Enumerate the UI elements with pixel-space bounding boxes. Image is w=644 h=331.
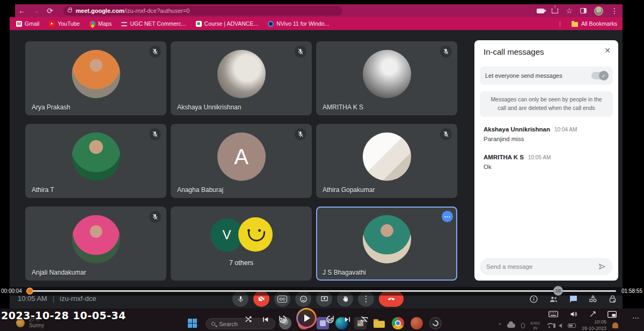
maps-icon [88, 19, 97, 28]
bookmark-label: Gmail [25, 20, 39, 27]
participant-tile-arya-prakash[interactable]: Arya Prakash [25, 41, 166, 115]
participant-avatar [72, 50, 120, 98]
play-icon [304, 314, 310, 322]
rewind-10-icon[interactable]: 10 [278, 314, 288, 324]
language-indicator[interactable]: ENG IN [531, 321, 540, 330]
bookmark-label: NVivo 11 for Windo... [276, 20, 329, 27]
bookmark-label: YouTube [57, 20, 79, 27]
taskbar-icon-chrome[interactable] [392, 317, 404, 329]
address-bar[interactable]: meet.google.com/izu-rnxf-dce?authuser=0 [63, 6, 342, 16]
fullscreen-icon[interactable] [589, 310, 597, 318]
wifi-icon[interactable] [546, 323, 553, 328]
participant-tile-anjali-nandakumar[interactable]: Anjali Nandakumar [25, 207, 166, 281]
participant-tile-others[interactable]: V 7 others [171, 207, 312, 281]
back-icon[interactable]: ← [15, 6, 29, 15]
url-path: /izu-rnxf-dce?authuser=0 [124, 8, 189, 14]
notification-bell-icon[interactable] [612, 322, 618, 328]
meeting-clock: 10:05 AM [18, 295, 47, 303]
playhead-handle[interactable] [26, 288, 33, 295]
participant-name: AMRITHA K S [323, 104, 363, 111]
host-controls-lock-icon[interactable] [608, 295, 617, 304]
mic-off-icon [149, 128, 161, 140]
forward-icon[interactable]: → [29, 6, 43, 15]
toggle-check-icon: ✓ [599, 71, 609, 80]
taskbar-icon-obs[interactable] [429, 317, 442, 329]
repeat-off-icon[interactable] [360, 315, 369, 323]
previous-track-icon[interactable] [261, 315, 269, 323]
onedrive-cloud-icon[interactable] [507, 323, 515, 328]
tile-options-icon[interactable]: ⋯ [442, 211, 453, 222]
bookmark-ugc[interactable]: UGC NET Commerc... [121, 20, 186, 27]
volume-icon[interactable] [559, 323, 562, 328]
bookmark-maps[interactable]: Maps [90, 20, 112, 27]
chat-input[interactable] [486, 263, 598, 270]
others-avatars: V [210, 217, 273, 253]
participant-tile-amritha-k-s[interactable]: AMRITHA K S [316, 41, 457, 115]
people-icon[interactable] [548, 295, 559, 304]
tray-mic-icon[interactable] [521, 323, 525, 328]
participant-tile-j-s-bhagavathi[interactable]: ⋯ J S Bhagavathi [316, 207, 457, 281]
close-icon[interactable]: ✕ [604, 46, 611, 55]
start-button[interactable] [188, 319, 197, 328]
participant-tile-athira-t[interactable]: Athira T [25, 124, 166, 198]
chat-icon[interactable] [569, 295, 578, 304]
meet-main-area: Arya Prakash Akshaya Unnikrishnan AMRITH… [10, 30, 623, 308]
folder-icon [572, 22, 578, 27]
player-more-icon[interactable]: ⋯ [632, 314, 640, 322]
forward-seconds-label: 30 [328, 318, 332, 321]
tray-chevron-up-icon[interactable]: ^ [499, 322, 501, 328]
mic-off-icon [149, 211, 161, 223]
tray-clock[interactable]: 10:05 28-10-2023 [582, 319, 606, 331]
player-volume-icon[interactable] [569, 310, 578, 318]
reload-icon[interactable]: ⟳ [43, 6, 57, 15]
browser-menu-icon[interactable]: ⋮ [611, 7, 618, 14]
divider: | [53, 295, 54, 303]
bookmark-label: Maps [98, 20, 112, 27]
send-icon[interactable] [598, 262, 606, 271]
message-sender: Akshaya Unnikrishnan [484, 126, 550, 133]
next-track-icon[interactable] [343, 315, 352, 323]
player-controls: 10 30 [244, 310, 369, 328]
info-icon[interactable] [529, 295, 538, 304]
participant-tile-anagha-baburaj[interactable]: A Anagha Baburaj [171, 124, 312, 198]
battery-icon[interactable] [568, 323, 576, 328]
participant-tile-athira-gopakumar[interactable]: Athira Gopakumar [316, 124, 457, 198]
tray-date: 28-10-2023 [582, 326, 606, 331]
bookmark-star-icon[interactable]: ☆ [566, 7, 573, 14]
system-tray: ^ ENG IN 10:05 28-10-2023 [499, 319, 618, 331]
profile-avatar[interactable] [594, 6, 603, 16]
side-panel-icon[interactable] [580, 8, 587, 13]
taskbar-icon-powerpoint[interactable] [411, 317, 423, 329]
message-text: Ok [484, 164, 610, 170]
bookmark-course[interactable]: Course | ADVANCE... [196, 20, 259, 27]
chat-message: AMRITHA K S 10:05 AM Ok [484, 154, 610, 170]
camera-indicator-icon[interactable] [537, 9, 544, 13]
messages-disclaimer: Messages can only be seen by people in t… [480, 91, 613, 117]
keyboard-icon[interactable] [548, 311, 558, 318]
shuffle-off-icon[interactable] [244, 315, 253, 323]
screen: ← → ⟳ meet.google.com/izu-rnxf-dce?authu… [0, 0, 644, 331]
message-list: Akshaya Unnikrishnan 10:04 AM Paranjind … [484, 126, 610, 182]
pip-icon[interactable] [608, 311, 617, 318]
bookmark-nvivo[interactable]: NVivo 11 for Windo... [268, 20, 329, 27]
participant-name: Athira T [32, 186, 54, 194]
rewind-seconds-label: 10 [281, 318, 285, 321]
seek-track[interactable] [30, 290, 616, 292]
message-sender: AMRITHA K S [484, 154, 524, 160]
play-button[interactable] [296, 308, 317, 328]
share-icon[interactable] [552, 8, 558, 13]
bookmark-youtube[interactable]: YouTube [49, 20, 79, 27]
document-icon [121, 22, 127, 26]
mic-off-icon [149, 46, 161, 57]
bookmark-gmail[interactable]: M Gmail [16, 20, 39, 27]
participant-grid: Arya Prakash Akshaya Unnikrishnan AMRITH… [25, 41, 457, 281]
all-bookmarks-button[interactable]: All Bookmarks [581, 20, 617, 27]
player-secondary-controls [548, 310, 617, 318]
taskbar-icon-file-explorer[interactable] [373, 317, 385, 329]
gmail-icon: M [16, 21, 22, 27]
forward-30-icon[interactable]: 30 [325, 314, 335, 324]
message-text: Paranjind miss [484, 136, 610, 142]
send-messages-toggle-row: Let everyone send messages ✓ [480, 67, 613, 85]
participant-tile-akshaya-unnikrishnan[interactable]: Akshaya Unnikrishnan [171, 41, 312, 115]
messages-toggle[interactable]: ✓ [591, 72, 608, 79]
